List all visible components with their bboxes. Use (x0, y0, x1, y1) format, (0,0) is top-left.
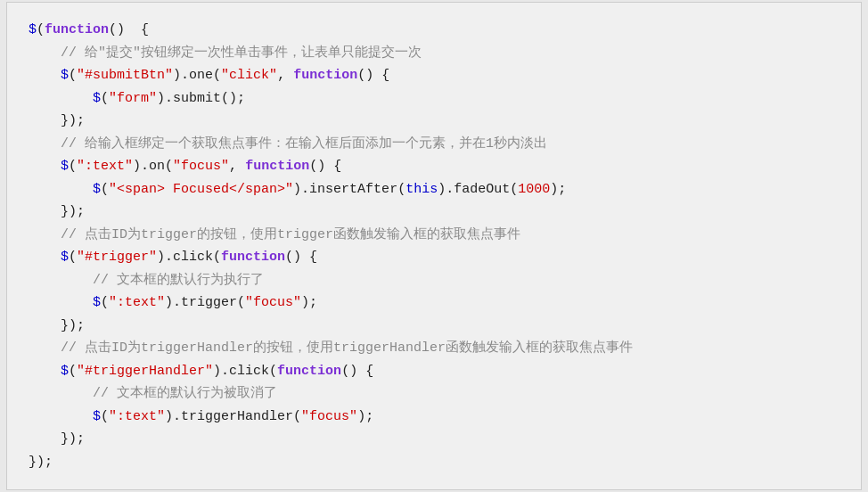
code-line-3: $("#submitBtn").one("click", function() … (29, 64, 839, 87)
code-line-17: // 文本框的默认行为被取消了 (29, 382, 839, 406)
code-line-19: }); (29, 428, 839, 451)
code-line-7: $(":text").on("focus", function() { (29, 155, 839, 178)
code-line-2: // 给"提交"按钮绑定一次性单击事件，让表单只能提交一次 (29, 42, 839, 65)
code-line-10: // 点击ID为trigger的按钮，使用trigger函数触发输入框的获取焦点… (29, 224, 839, 247)
code-line-16: $("#triggerHandler").click(function() { (29, 360, 839, 383)
code-line-15: // 点击ID为triggerHandler的按钮，使用triggerHandl… (29, 337, 839, 360)
code-line-20: }); (29, 451, 839, 474)
code-line-4: $("form").submit(); (29, 87, 839, 111)
code-line-1: $(function() { (29, 19, 839, 42)
code-line-12: // 文本框的默认行为执行了 (29, 269, 839, 292)
code-editor: $(function() { // 给"提交"按钮绑定一次性单击事件，让表单只能… (6, 2, 862, 490)
code-line-5: }); (29, 110, 839, 133)
code-line-14: }); (29, 315, 839, 338)
code-line-18: $(":text").triggerHandler("focus"); (29, 406, 839, 429)
code-line-6: // 给输入框绑定一个获取焦点事件：在输入框后面添加一个元素，并在1秒内淡出 (29, 133, 839, 156)
code-line-13: $(":text").trigger("focus"); (29, 291, 839, 315)
code-line-8: $("<span> Focused</span>").insertAfter(t… (29, 178, 839, 201)
code-line-11: $("#trigger").click(function() { (29, 246, 839, 269)
code-line-9: }); (29, 201, 839, 224)
